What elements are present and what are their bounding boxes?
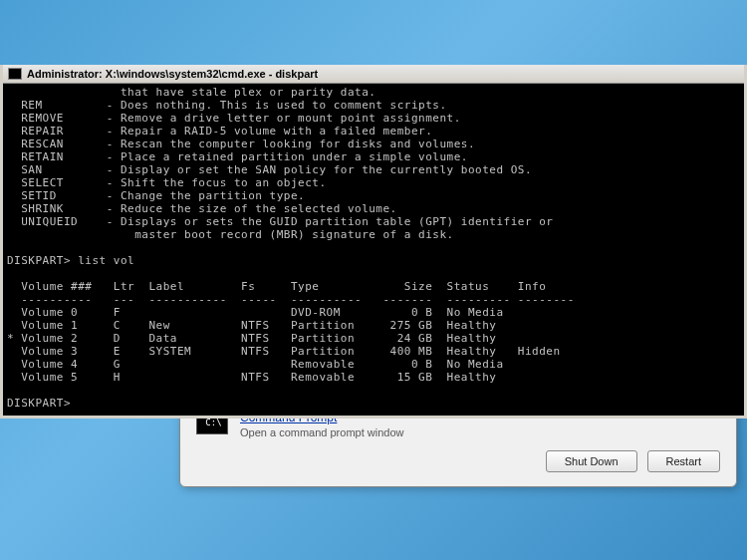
cmd-output[interactable]: that have stale plex or parity data. REM… [3, 84, 744, 416]
shutdown-button[interactable]: Shut Down [546, 450, 637, 472]
cmd-titlebar[interactable]: Administrator: X:\windows\system32\cmd.e… [3, 65, 744, 84]
restart-button[interactable]: Restart [647, 450, 720, 472]
cmd-window-title: Administrator: X:\windows\system32\cmd.e… [27, 68, 318, 80]
cmd-window: Administrator: X:\windows\system32\cmd.e… [0, 65, 747, 419]
cmd-window-icon [8, 68, 22, 80]
command-prompt-desc: Open a command prompt window [240, 426, 403, 438]
